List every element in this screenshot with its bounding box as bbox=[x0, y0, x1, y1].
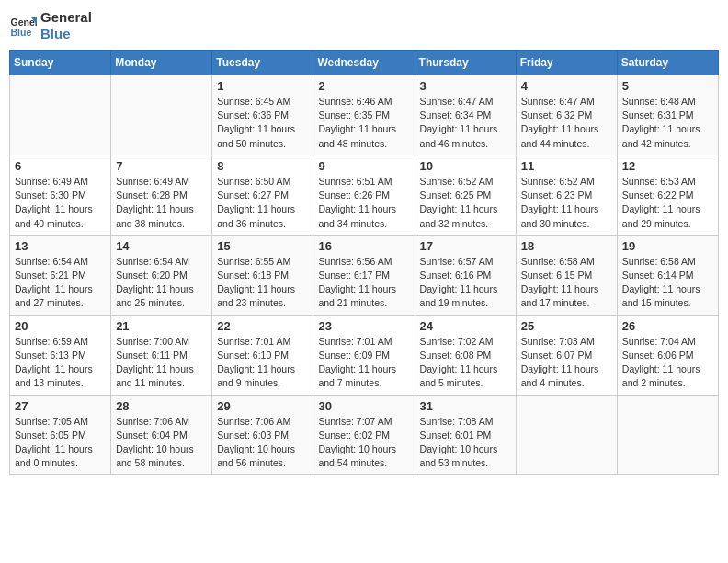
calendar-cell: 9Sunrise: 6:51 AM Sunset: 6:26 PM Daylig… bbox=[313, 155, 415, 235]
day-info: Sunrise: 7:08 AM Sunset: 6:01 PM Dayligh… bbox=[420, 415, 511, 471]
logo-icon: General Blue bbox=[9, 12, 37, 40]
day-header-friday: Friday bbox=[516, 51, 617, 75]
calendar-cell: 6Sunrise: 6:49 AM Sunset: 6:30 PM Daylig… bbox=[10, 155, 111, 235]
calendar-cell: 18Sunrise: 6:58 AM Sunset: 6:15 PM Dayli… bbox=[516, 235, 617, 315]
calendar-cell: 19Sunrise: 6:58 AM Sunset: 6:14 PM Dayli… bbox=[617, 235, 718, 315]
day-number: 13 bbox=[15, 239, 106, 253]
day-number: 23 bbox=[318, 319, 409, 333]
day-info: Sunrise: 7:06 AM Sunset: 6:04 PM Dayligh… bbox=[116, 415, 207, 471]
day-info: Sunrise: 7:02 AM Sunset: 6:08 PM Dayligh… bbox=[420, 335, 511, 391]
day-info: Sunrise: 7:05 AM Sunset: 6:05 PM Dayligh… bbox=[15, 415, 106, 471]
calendar-week-row: 27Sunrise: 7:05 AM Sunset: 6:05 PM Dayli… bbox=[10, 395, 719, 475]
day-header-saturday: Saturday bbox=[617, 51, 718, 75]
day-info: Sunrise: 6:54 AM Sunset: 6:20 PM Dayligh… bbox=[116, 255, 207, 311]
day-number: 31 bbox=[420, 399, 511, 413]
calendar-cell: 14Sunrise: 6:54 AM Sunset: 6:20 PM Dayli… bbox=[111, 235, 212, 315]
day-info: Sunrise: 6:58 AM Sunset: 6:14 PM Dayligh… bbox=[622, 255, 713, 311]
day-number: 29 bbox=[217, 399, 308, 413]
day-number: 2 bbox=[318, 79, 409, 93]
day-number: 27 bbox=[15, 399, 106, 413]
calendar-cell: 29Sunrise: 7:06 AM Sunset: 6:03 PM Dayli… bbox=[212, 395, 313, 475]
calendar-header-row: SundayMondayTuesdayWednesdayThursdayFrid… bbox=[10, 51, 719, 75]
calendar-cell bbox=[617, 395, 718, 475]
calendar-cell: 25Sunrise: 7:03 AM Sunset: 6:07 PM Dayli… bbox=[516, 315, 617, 395]
calendar-cell: 20Sunrise: 6:59 AM Sunset: 6:13 PM Dayli… bbox=[10, 315, 111, 395]
day-header-tuesday: Tuesday bbox=[212, 51, 313, 75]
day-number: 15 bbox=[217, 239, 308, 253]
day-number: 24 bbox=[420, 319, 511, 333]
calendar-cell: 11Sunrise: 6:52 AM Sunset: 6:23 PM Dayli… bbox=[516, 155, 617, 235]
day-number: 16 bbox=[318, 239, 409, 253]
day-number: 20 bbox=[15, 319, 106, 333]
day-number: 7 bbox=[116, 159, 207, 173]
day-number: 28 bbox=[116, 399, 207, 413]
day-number: 6 bbox=[15, 159, 106, 173]
day-number: 4 bbox=[521, 79, 612, 93]
svg-text:Blue: Blue bbox=[11, 27, 32, 38]
day-info: Sunrise: 6:55 AM Sunset: 6:18 PM Dayligh… bbox=[217, 255, 308, 311]
calendar-cell: 12Sunrise: 6:53 AM Sunset: 6:22 PM Dayli… bbox=[617, 155, 718, 235]
day-info: Sunrise: 6:56 AM Sunset: 6:17 PM Dayligh… bbox=[318, 255, 409, 311]
day-info: Sunrise: 6:45 AM Sunset: 6:36 PM Dayligh… bbox=[217, 95, 308, 151]
calendar-cell: 30Sunrise: 7:07 AM Sunset: 6:02 PM Dayli… bbox=[313, 395, 415, 475]
day-info: Sunrise: 6:48 AM Sunset: 6:31 PM Dayligh… bbox=[622, 95, 713, 151]
day-info: Sunrise: 7:00 AM Sunset: 6:11 PM Dayligh… bbox=[116, 335, 207, 391]
calendar-cell bbox=[10, 75, 111, 155]
day-number: 17 bbox=[420, 239, 511, 253]
day-info: Sunrise: 6:50 AM Sunset: 6:27 PM Dayligh… bbox=[217, 175, 308, 231]
day-header-sunday: Sunday bbox=[10, 51, 111, 75]
day-info: Sunrise: 7:07 AM Sunset: 6:02 PM Dayligh… bbox=[318, 415, 409, 471]
logo-line2: Blue bbox=[40, 26, 92, 42]
calendar-table: SundayMondayTuesdayWednesdayThursdayFrid… bbox=[9, 50, 719, 475]
day-number: 1 bbox=[217, 79, 308, 93]
day-number: 30 bbox=[318, 399, 409, 413]
calendar-week-row: 13Sunrise: 6:54 AM Sunset: 6:21 PM Dayli… bbox=[10, 235, 719, 315]
logo: General Blue General Blue bbox=[9, 9, 92, 42]
calendar-week-row: 1Sunrise: 6:45 AM Sunset: 6:36 PM Daylig… bbox=[10, 75, 719, 155]
day-number: 22 bbox=[217, 319, 308, 333]
day-info: Sunrise: 6:49 AM Sunset: 6:28 PM Dayligh… bbox=[116, 175, 207, 231]
day-info: Sunrise: 6:53 AM Sunset: 6:22 PM Dayligh… bbox=[622, 175, 713, 231]
day-number: 26 bbox=[622, 319, 713, 333]
calendar-cell: 5Sunrise: 6:48 AM Sunset: 6:31 PM Daylig… bbox=[617, 75, 718, 155]
day-info: Sunrise: 6:47 AM Sunset: 6:32 PM Dayligh… bbox=[521, 95, 612, 151]
calendar-cell: 21Sunrise: 7:00 AM Sunset: 6:11 PM Dayli… bbox=[111, 315, 212, 395]
day-info: Sunrise: 7:01 AM Sunset: 6:09 PM Dayligh… bbox=[318, 335, 409, 391]
day-number: 5 bbox=[622, 79, 713, 93]
day-number: 10 bbox=[420, 159, 511, 173]
calendar-week-row: 6Sunrise: 6:49 AM Sunset: 6:30 PM Daylig… bbox=[10, 155, 719, 235]
day-info: Sunrise: 6:47 AM Sunset: 6:34 PM Dayligh… bbox=[420, 95, 511, 151]
calendar-cell: 13Sunrise: 6:54 AM Sunset: 6:21 PM Dayli… bbox=[10, 235, 111, 315]
day-number: 8 bbox=[217, 159, 308, 173]
day-info: Sunrise: 6:46 AM Sunset: 6:35 PM Dayligh… bbox=[318, 95, 409, 151]
day-info: Sunrise: 6:59 AM Sunset: 6:13 PM Dayligh… bbox=[15, 335, 106, 391]
calendar-cell: 15Sunrise: 6:55 AM Sunset: 6:18 PM Dayli… bbox=[212, 235, 313, 315]
day-number: 25 bbox=[521, 319, 612, 333]
day-info: Sunrise: 7:04 AM Sunset: 6:06 PM Dayligh… bbox=[622, 335, 713, 391]
day-number: 14 bbox=[116, 239, 207, 253]
calendar-cell: 3Sunrise: 6:47 AM Sunset: 6:34 PM Daylig… bbox=[415, 75, 516, 155]
day-info: Sunrise: 7:03 AM Sunset: 6:07 PM Dayligh… bbox=[521, 335, 612, 391]
calendar-cell: 26Sunrise: 7:04 AM Sunset: 6:06 PM Dayli… bbox=[617, 315, 718, 395]
calendar-cell bbox=[111, 75, 212, 155]
calendar-cell bbox=[516, 395, 617, 475]
calendar-cell: 28Sunrise: 7:06 AM Sunset: 6:04 PM Dayli… bbox=[111, 395, 212, 475]
calendar-cell: 17Sunrise: 6:57 AM Sunset: 6:16 PM Dayli… bbox=[415, 235, 516, 315]
calendar-cell: 24Sunrise: 7:02 AM Sunset: 6:08 PM Dayli… bbox=[415, 315, 516, 395]
calendar-cell: 2Sunrise: 6:46 AM Sunset: 6:35 PM Daylig… bbox=[313, 75, 415, 155]
logo-line1: General bbox=[40, 9, 92, 26]
calendar-cell: 4Sunrise: 6:47 AM Sunset: 6:32 PM Daylig… bbox=[516, 75, 617, 155]
calendar-cell: 27Sunrise: 7:05 AM Sunset: 6:05 PM Dayli… bbox=[10, 395, 111, 475]
day-info: Sunrise: 6:52 AM Sunset: 6:23 PM Dayligh… bbox=[521, 175, 612, 231]
day-info: Sunrise: 6:54 AM Sunset: 6:21 PM Dayligh… bbox=[15, 255, 106, 311]
page-header: General Blue General Blue bbox=[9, 9, 719, 42]
day-number: 9 bbox=[318, 159, 409, 173]
calendar-week-row: 20Sunrise: 6:59 AM Sunset: 6:13 PM Dayli… bbox=[10, 315, 719, 395]
calendar-cell: 22Sunrise: 7:01 AM Sunset: 6:10 PM Dayli… bbox=[212, 315, 313, 395]
day-info: Sunrise: 6:51 AM Sunset: 6:26 PM Dayligh… bbox=[318, 175, 409, 231]
day-number: 19 bbox=[622, 239, 713, 253]
calendar-body: 1Sunrise: 6:45 AM Sunset: 6:36 PM Daylig… bbox=[10, 75, 719, 475]
day-number: 12 bbox=[622, 159, 713, 173]
day-number: 3 bbox=[420, 79, 511, 93]
day-header-monday: Monday bbox=[111, 51, 212, 75]
